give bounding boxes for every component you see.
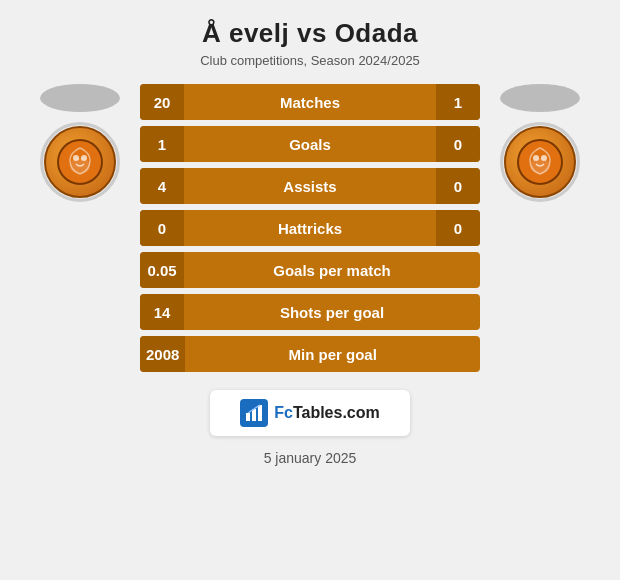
svg-rect-10: [258, 405, 262, 421]
stat-row-goals: 1 Goals 0: [140, 126, 480, 162]
date-footer: 5 january 2025: [264, 450, 357, 466]
stat-row-goals-per-match: 0.05 Goals per match: [140, 252, 480, 288]
stat-row-hattricks: 0 Hattricks 0: [140, 210, 480, 246]
header: Å evelj vs Odada Club competitions, Seas…: [0, 0, 620, 74]
center-content: FcTables.com 5 january 2025: [210, 372, 410, 466]
fctables-logo-icon: [240, 399, 268, 427]
right-badge-inner: [504, 126, 576, 198]
stat-label-spg: Shots per goal: [184, 304, 480, 321]
stat-row-min-per-goal: 2008 Min per goal: [140, 336, 480, 372]
stat-label-gpm: Goals per match: [184, 262, 480, 279]
right-team-badge: [500, 122, 580, 202]
right-badge-svg: [516, 138, 564, 186]
fctables-text: FcTables.com: [274, 404, 380, 422]
stat-right-assists: 0: [436, 168, 480, 204]
stat-label-assists: Assists: [184, 178, 436, 195]
stat-label-goals: Goals: [184, 136, 436, 153]
stats-column: 20 Matches 1 1 Goals 0 4 Assists 0 0 Hat…: [140, 84, 480, 372]
stat-left-gpm: 0.05: [140, 252, 184, 288]
stat-right-matches: 1: [436, 84, 480, 120]
svg-point-7: [541, 155, 547, 161]
svg-point-2: [73, 155, 79, 161]
stat-right-goals: 0: [436, 126, 480, 162]
left-badge-svg: [56, 138, 104, 186]
stat-row-assists: 4 Assists 0: [140, 168, 480, 204]
svg-rect-8: [246, 413, 250, 421]
right-team-oval: [500, 84, 580, 112]
stat-left-matches: 20: [140, 84, 184, 120]
left-team-col: [20, 84, 140, 202]
stat-right-hattricks: 0: [436, 210, 480, 246]
stat-label-hattricks: Hattricks: [184, 220, 436, 237]
fctables-svg-icon: [244, 403, 264, 423]
left-badge-inner: [44, 126, 116, 198]
svg-point-3: [81, 155, 87, 161]
left-team-oval: [40, 84, 120, 112]
stat-left-assists: 4: [140, 168, 184, 204]
match-title: Å evelj vs Odada: [10, 18, 610, 49]
match-subtitle: Club competitions, Season 2024/2025: [10, 53, 610, 68]
fctables-banner: FcTables.com: [210, 390, 410, 436]
main-area: 20 Matches 1 1 Goals 0 4 Assists 0 0 Hat…: [0, 84, 620, 372]
svg-point-6: [533, 155, 539, 161]
stat-label-mpg: Min per goal: [185, 346, 480, 363]
right-team-col: [480, 84, 600, 202]
stat-row-shots-per-goal: 14 Shots per goal: [140, 294, 480, 330]
stat-left-goals: 1: [140, 126, 184, 162]
stat-row-matches: 20 Matches 1: [140, 84, 480, 120]
left-team-badge: [40, 122, 120, 202]
stat-left-spg: 14: [140, 294, 184, 330]
stat-left-mpg: 2008: [140, 336, 185, 372]
stat-label-matches: Matches: [184, 94, 436, 111]
stat-left-hattricks: 0: [140, 210, 184, 246]
